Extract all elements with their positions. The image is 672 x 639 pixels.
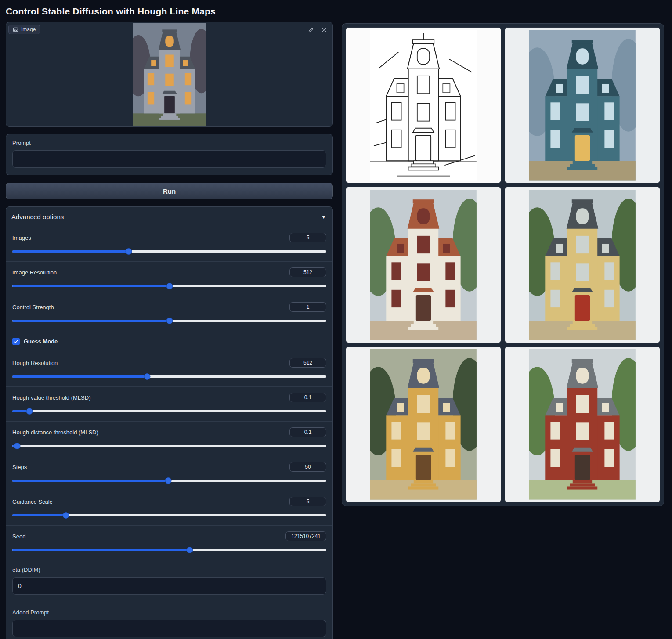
pencil-icon bbox=[308, 27, 314, 33]
slider-fill bbox=[12, 285, 170, 287]
prompt-label: Prompt bbox=[12, 140, 326, 146]
gallery-item[interactable] bbox=[505, 27, 660, 183]
slider-label: Steps bbox=[12, 464, 27, 470]
slider[interactable] bbox=[12, 547, 326, 553]
slider-thumb[interactable] bbox=[125, 248, 132, 255]
gallery-item[interactable] bbox=[346, 27, 501, 183]
slider-row-seed: Seed 1215107241 bbox=[6, 525, 332, 560]
input-image bbox=[133, 23, 206, 127]
page-title: Control Stable Diffusion with Hough Line… bbox=[6, 6, 666, 17]
slider[interactable] bbox=[12, 373, 326, 380]
output-gallery bbox=[342, 23, 664, 506]
slider-thumb[interactable] bbox=[14, 443, 20, 449]
advanced-options-title: Advanced options bbox=[11, 213, 64, 220]
eta-input[interactable] bbox=[12, 577, 326, 595]
slider-fill bbox=[12, 480, 168, 482]
added-prompt-label: Added Prompt bbox=[12, 609, 326, 616]
slider-fill bbox=[12, 250, 129, 253]
slider-label: Seed bbox=[12, 533, 25, 540]
slider-value-input[interactable]: 512 bbox=[289, 358, 326, 368]
slider-label: Hough Resolution bbox=[12, 360, 58, 366]
eta-label: eta (DDIM) bbox=[12, 567, 326, 573]
checkmark-icon bbox=[14, 339, 18, 344]
slider-fill bbox=[12, 514, 66, 516]
advanced-options-header[interactable]: Advanced options ▼ bbox=[6, 207, 332, 227]
slider[interactable] bbox=[12, 477, 326, 484]
uploaded-image-wrap bbox=[133, 23, 206, 127]
added-prompt-row: Added Prompt bbox=[6, 603, 332, 639]
eta-row: eta (DDIM) bbox=[6, 560, 332, 603]
slider-row-hough-distance-threshold: Hough distance threshold (MLSD) 0.1 bbox=[6, 421, 332, 456]
image-icon bbox=[13, 27, 18, 32]
slider-label: Hough value threshold (MLSD) bbox=[12, 394, 90, 401]
image-actions bbox=[307, 26, 328, 34]
guess-mode-checkbox[interactable] bbox=[12, 338, 20, 345]
gallery-item[interactable] bbox=[505, 347, 660, 502]
generated-image bbox=[370, 349, 477, 500]
generated-image bbox=[529, 190, 636, 340]
slider[interactable] bbox=[12, 283, 326, 289]
slider-value-input[interactable]: 5 bbox=[289, 497, 326, 506]
prompt-input[interactable] bbox=[12, 150, 326, 168]
gallery-item[interactable] bbox=[505, 187, 660, 343]
close-icon bbox=[321, 27, 327, 33]
slider-label: Image Resolution bbox=[12, 269, 57, 276]
prompt-block: Prompt bbox=[6, 134, 333, 175]
slider-value-input[interactable]: 50 bbox=[289, 462, 326, 472]
guess-mode-label: Guess Mode bbox=[24, 338, 58, 345]
slider-fill bbox=[12, 549, 190, 551]
slider-thumb[interactable] bbox=[144, 373, 151, 380]
guess-mode-row: Guess Mode bbox=[6, 331, 332, 352]
slider[interactable] bbox=[12, 512, 326, 519]
app-layout: Image Prompt Run Advanced options ▼ bbox=[0, 22, 672, 639]
image-label-text: Image bbox=[21, 26, 36, 32]
slider[interactable] bbox=[12, 318, 326, 324]
slider-label: Guidance Scale bbox=[12, 498, 53, 505]
left-column: Image Prompt Run Advanced options ▼ bbox=[6, 22, 333, 639]
generated-image bbox=[529, 30, 636, 181]
slider[interactable] bbox=[12, 408, 326, 415]
slider-thumb[interactable] bbox=[165, 477, 172, 484]
slider-row-image-resolution: Image Resolution 512 bbox=[6, 261, 332, 296]
slider-value-input[interactable]: 5 bbox=[289, 233, 326, 242]
slider-value-input[interactable]: 0.1 bbox=[289, 427, 326, 437]
advanced-options-panel: Advanced options ▼ Images 5 Image Resolu bbox=[6, 206, 333, 639]
generated-image bbox=[529, 349, 636, 500]
collapse-arrow-icon[interactable]: ▼ bbox=[321, 214, 326, 220]
slider-row-hough-resolution: Hough Resolution 512 bbox=[6, 352, 332, 386]
slider-thumb[interactable] bbox=[26, 408, 33, 415]
right-column bbox=[342, 22, 664, 506]
slider-row-control-strength: Control Strength 1 bbox=[6, 296, 332, 331]
slider-thumb[interactable] bbox=[166, 283, 173, 289]
slider-row-steps: Steps 50 bbox=[6, 456, 332, 491]
gallery-item[interactable] bbox=[346, 347, 501, 502]
slider-value-input[interactable]: 1215107241 bbox=[285, 531, 326, 541]
added-prompt-input[interactable] bbox=[12, 620, 326, 637]
hough-line-map-image bbox=[370, 30, 477, 181]
slider-thumb[interactable] bbox=[186, 547, 193, 553]
slider-row-guidance-scale: Guidance Scale 5 bbox=[6, 491, 332, 525]
slider-row-hough-value-threshold: Hough value threshold (MLSD) 0.1 bbox=[6, 386, 332, 421]
slider-thumb[interactable] bbox=[62, 512, 69, 519]
slider-row-images: Images 5 bbox=[6, 227, 332, 261]
slider-value-input[interactable]: 1 bbox=[289, 302, 326, 312]
slider-label: Images bbox=[12, 235, 31, 241]
image-upload-panel: Image bbox=[6, 22, 333, 127]
slider-track[interactable] bbox=[12, 445, 326, 447]
run-button[interactable]: Run bbox=[6, 183, 333, 199]
slider-track[interactable] bbox=[12, 410, 326, 412]
slider-thumb[interactable] bbox=[166, 318, 173, 324]
slider-value-input[interactable]: 0.1 bbox=[289, 393, 326, 402]
slider-fill bbox=[12, 375, 147, 378]
slider[interactable] bbox=[12, 443, 326, 449]
slider-fill bbox=[12, 320, 170, 322]
generated-image bbox=[370, 190, 477, 340]
slider[interactable] bbox=[12, 248, 326, 255]
clear-image-button[interactable] bbox=[320, 26, 328, 34]
image-component-label: Image bbox=[8, 25, 40, 34]
gallery-item[interactable] bbox=[346, 187, 501, 343]
slider-label: Hough distance threshold (MLSD) bbox=[12, 429, 98, 436]
slider-value-input[interactable]: 512 bbox=[289, 267, 326, 277]
edit-image-button[interactable] bbox=[307, 26, 315, 34]
slider-label: Control Strength bbox=[12, 304, 54, 310]
